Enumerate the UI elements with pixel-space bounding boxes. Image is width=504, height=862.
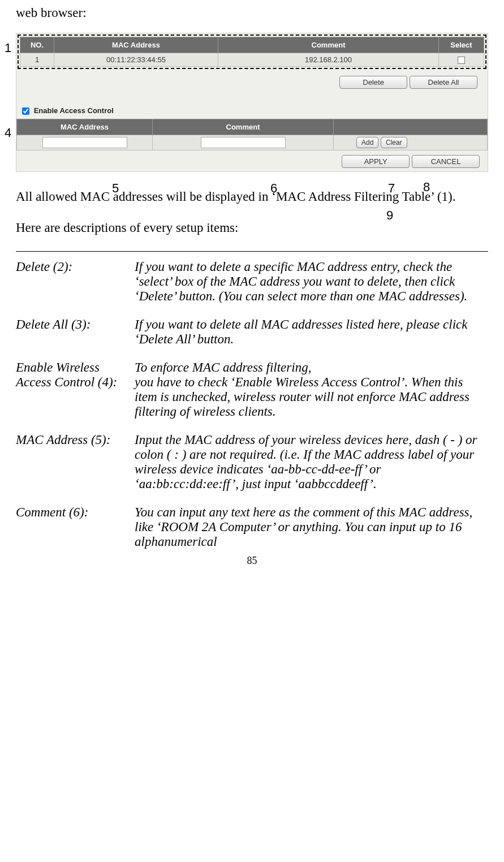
col2-mac: MAC Address [17,119,153,135]
term-enable-line1: Enable Wireless [16,360,100,374]
callout-6: 6 [270,181,277,196]
desc-delete: Delete (2): If you want to delete a spec… [16,260,488,304]
callout-1: 1 [5,41,11,55]
col2-comment: Comment [153,119,334,135]
comment-input-cell [153,135,334,150]
desc-enable-wireless: Enable Wireless Access Control (4): To e… [16,360,488,419]
cell-comment: 192.168.2.100 [218,53,439,67]
horizontal-rule [16,251,488,252]
delete-all-button[interactable]: Delete All [410,76,477,89]
callout-7: 7 [388,181,395,196]
description-list: Delete (2): If you want to delete a spec… [16,260,488,549]
add-row: Add Clear [17,135,488,150]
callout-9: 9 [386,208,393,223]
page-number: 85 [16,555,488,567]
term-delete: Delete (2): [16,260,135,304]
paragraph-after-image-2: Here are descriptions of every setup ite… [16,220,488,236]
col-mac: MAC Address [54,37,218,53]
term-mac-address: MAC Address (5): [16,433,135,492]
add-mac-table: MAC Address Comment Add Clear [16,119,488,150]
desc-mac-address: MAC Address (5): Input the MAC address o… [16,433,488,492]
mac-address-input[interactable] [42,137,127,148]
def-enable-line2: you have to check ‘Enable Wireless Acces… [135,375,469,419]
router-ui-panel: NO. MAC Address Comment Select 1 00:11:2… [16,33,488,172]
def-comment: You can input any text here as the comme… [135,505,488,549]
term-delete-all: Delete All (3): [16,317,135,347]
add-clear-cell: Add Clear [334,135,488,150]
delete-button-row: Delete Delete All [16,70,488,92]
callout-5: 5 [112,181,119,196]
col-select: Select [439,37,484,53]
mac-input-cell [17,135,153,150]
col-no: NO. [20,37,54,53]
mac-filter-table: NO. MAC Address Comment Select 1 00:11:2… [20,37,484,67]
apply-button[interactable]: APPLY [342,155,410,168]
intro-text: web browser: [16,6,488,20]
def-delete-all: If you want to delete all MAC addresses … [135,317,488,347]
add-button[interactable]: Add [356,137,378,148]
delete-button[interactable]: Delete [339,76,407,89]
desc-comment: Comment (6): You can input any text here… [16,505,488,549]
clear-button[interactable]: Clear [381,137,407,148]
term-comment: Comment (6): [16,505,135,549]
enable-access-row: Enable Access Control [16,102,488,119]
comment-input[interactable] [201,137,286,148]
term-enable-line2: Access Control (4): [16,375,117,389]
cell-select [439,53,484,67]
col2-actions [334,119,488,135]
callout-8: 8 [423,180,430,195]
enable-access-checkbox[interactable] [22,107,29,115]
def-mac-address: Input the MAC address of your wireless d… [135,433,488,492]
table-row: 1 00:11:22:33:44:55 192.168.2.100 [20,53,484,67]
cancel-button[interactable]: CANCEL [412,155,480,168]
def-enable-wireless: To enforce MAC address filtering, you ha… [135,360,488,419]
term-enable-wireless: Enable Wireless Access Control (4): [16,360,135,419]
desc-delete-all: Delete All (3): If you want to delete al… [16,317,488,347]
callout-4: 4 [5,126,11,140]
cell-mac: 00:11:22:33:44:55 [54,53,218,67]
screenshot-panel-wrap: 1 2 3 4 5 6 7 8 9 NO. MAC Address Commen… [16,33,488,172]
col-comment: Comment [218,37,439,53]
def-delete: If you want to delete a specific MAC add… [135,260,488,304]
select-checkbox[interactable] [458,57,465,64]
enable-access-label: Enable Access Control [34,106,114,115]
apply-cancel-row: APPLY CANCEL [16,150,488,171]
def-enable-line1: To enforce MAC address filtering, [135,360,311,374]
mac-table-highlight: NO. MAC Address Comment Select 1 00:11:2… [18,35,486,69]
cell-no: 1 [20,53,54,67]
paragraph-after-image-1: All allowed MAC addresses will be displa… [16,189,488,205]
